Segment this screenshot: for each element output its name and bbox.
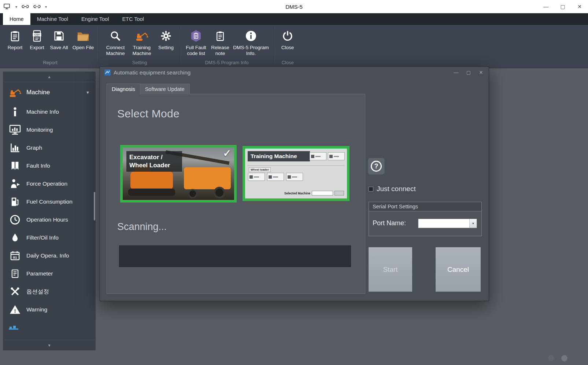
window-title: DMS-5 — [0, 4, 588, 10]
window-close-button[interactable]: ✕ — [571, 0, 588, 13]
fault-info-icon — [8, 161, 22, 171]
tab-diagnosis[interactable]: Diagnosis — [107, 84, 140, 94]
help-button[interactable]: ? — [368, 158, 385, 175]
export-button-label: Export — [30, 45, 44, 51]
setting-button[interactable]: Setting — [156, 28, 176, 51]
dialog-title: Automatic equipment searching — [114, 69, 191, 76]
training-machine-button[interactable]: Training Machine — [130, 28, 154, 56]
selected-machine-label: Selected Machine — [284, 191, 310, 195]
sidebar-item-machine-info[interactable]: Machine Info — [3, 103, 96, 121]
tab-software-update[interactable]: Software Update — [140, 84, 190, 94]
svg-text:CSV: CSV — [34, 33, 40, 36]
sidebar-item-label: Daily Opera. Info — [26, 252, 78, 259]
open-file-button[interactable]: Open File — [71, 28, 95, 51]
chevron-down-icon: ▼ — [86, 90, 90, 95]
close-button-label: Close — [281, 45, 294, 51]
sidebar-item-label: Monitoring — [26, 127, 78, 133]
machine-thumb — [267, 173, 284, 181]
sidebar-item-fuel-consumption[interactable]: Fuel Consumption — [3, 193, 96, 211]
bar-chart-icon — [8, 143, 22, 153]
sidebar-partial-item-icon — [8, 325, 19, 330]
selected-check-icon: ✓ — [223, 147, 231, 159]
force-operation-person-icon — [8, 179, 22, 189]
disconnect-link-icon[interactable] — [33, 4, 41, 9]
info-icon — [245, 28, 257, 44]
mode-card-label: Excavator / Wheel Loader — [126, 151, 182, 172]
qat-customize-icon[interactable]: ▾ — [45, 5, 47, 9]
report-button[interactable]: Report — [5, 28, 25, 51]
sidebar-scrollbar-thumb[interactable] — [94, 192, 95, 220]
save-all-button[interactable]: Save All — [49, 28, 69, 51]
connect-machine-button[interactable]: Connect Machine — [103, 28, 127, 56]
serial-port-settings-title: Serial Port Settings — [369, 202, 481, 211]
tab-machine-tool[interactable]: Machine Tool — [30, 13, 75, 25]
machine-thumb — [286, 173, 303, 181]
mode-card-excavator-wheel-loader[interactable]: Excavator / Wheel Loader ✓ — [120, 145, 237, 202]
sidebar-item-fault-info[interactable]: Fault Info — [3, 157, 96, 175]
dialog-close-button[interactable]: ✕ — [478, 70, 484, 75]
release-note-button[interactable]: Release note — [210, 28, 230, 56]
machine-thumb — [310, 152, 326, 160]
fault-code-hexagon-icon — [191, 28, 201, 44]
sidebar-item-parameter[interactable]: Parameter — [3, 264, 96, 282]
window-maximize-button[interactable]: ▢ — [554, 0, 571, 13]
svg-text:!: ! — [14, 307, 16, 314]
sidebar-item-daily-operation-info[interactable]: 01 Daily Opera. Info — [3, 247, 96, 264]
combobox-dropdown-icon[interactable]: ▼ — [469, 219, 477, 228]
just-connect-checkbox[interactable] — [369, 187, 373, 191]
tab-home[interactable]: Home — [3, 13, 30, 25]
sidebar-item-label: Warning — [26, 306, 78, 313]
connect-link-icon[interactable] — [22, 4, 29, 9]
sidebar-scroll-up[interactable]: ▲ — [3, 72, 96, 82]
mode-cards: Excavator / Wheel Loader ✓ Training Mach… — [120, 145, 350, 202]
mode-card-training-machine[interactable]: Training Machine Wheel loader — [243, 146, 350, 201]
save-all-button-label: Save All — [50, 45, 68, 51]
training-category-label: Wheel loader — [249, 167, 271, 172]
oil-drop-icon — [8, 233, 22, 243]
port-name-combobox[interactable]: ▼ — [418, 219, 477, 228]
export-button[interactable]: CSV Export — [27, 28, 47, 51]
serial-port-settings-body: Port Name: ▼ — [369, 211, 481, 236]
start-button[interactable]: Start — [369, 247, 412, 292]
sidebar-scroll-down[interactable]: ▼ — [3, 340, 96, 350]
excavator-track-shape — [128, 189, 175, 196]
parameter-list-icon — [8, 269, 22, 279]
dialog-maximize-button[interactable]: ▢ — [465, 70, 472, 75]
fuel-pump-icon — [8, 196, 22, 207]
sidebar-item-graph[interactable]: Graph — [3, 139, 96, 157]
sidebar-item-warning[interactable]: ! Warning — [3, 300, 96, 318]
dialog-minimize-button[interactable]: — — [453, 70, 459, 75]
app-menu-icon[interactable] — [4, 4, 11, 10]
select-mode-heading: Select Mode — [117, 107, 180, 120]
tab-engine-tool[interactable]: Engine Tool — [75, 13, 116, 25]
window-minimize-button[interactable]: — — [537, 0, 554, 13]
warning-triangle-icon: ! — [8, 304, 22, 315]
app-menu-dropdown-icon[interactable]: ▾ — [15, 5, 17, 9]
status-indicator-dot — [561, 355, 567, 361]
close-button[interactable]: Close — [278, 28, 297, 51]
dialog-titlebar[interactable]: Automatic equipment searching — ▢ ✕ — [100, 67, 489, 78]
wheel-shape — [188, 189, 197, 198]
serial-port-settings-group: Serial Port Settings Port Name: ▼ — [369, 202, 482, 236]
tab-etc-tool[interactable]: ETC Tool — [115, 13, 150, 25]
save-icon — [53, 28, 64, 44]
sidebar-item-label: Parameter — [26, 270, 78, 277]
sidebar-item-operation-hours[interactable]: Operation Hours — [3, 211, 96, 229]
sidebar-item-filter-oil-info[interactable]: Filter/Oil Info — [3, 229, 96, 247]
cancel-button[interactable]: Cancel — [436, 247, 481, 292]
just-connect-option[interactable]: Just connect — [369, 185, 416, 193]
sidebar-item-force-operation[interactable]: Force Operation — [3, 175, 96, 193]
divider — [247, 165, 345, 166]
gear-icon — [160, 28, 172, 44]
sidebar: ▲ Machine ▼ Machine Info Monitoring — [3, 72, 96, 350]
setting-button-label: Setting — [158, 45, 174, 51]
full-fault-code-list-button[interactable]: Full Fault code list — [184, 28, 208, 56]
quick-access-toolbar: ▾ ▾ — [0, 4, 47, 10]
crossed-tools-icon — [8, 286, 22, 297]
sidebar-item-option-settings[interactable]: 옵션설정 — [3, 282, 96, 300]
sidebar-machine-header[interactable]: Machine ▼ — [3, 82, 96, 103]
ribbon-group-setting: Connect Machine Training Machine Setting… — [100, 25, 180, 68]
dms5-program-info-button[interactable]: DMS-5 Program Info. — [232, 28, 270, 56]
release-note-button-label: Release note — [210, 45, 230, 56]
sidebar-item-monitoring[interactable]: Monitoring — [3, 121, 96, 139]
